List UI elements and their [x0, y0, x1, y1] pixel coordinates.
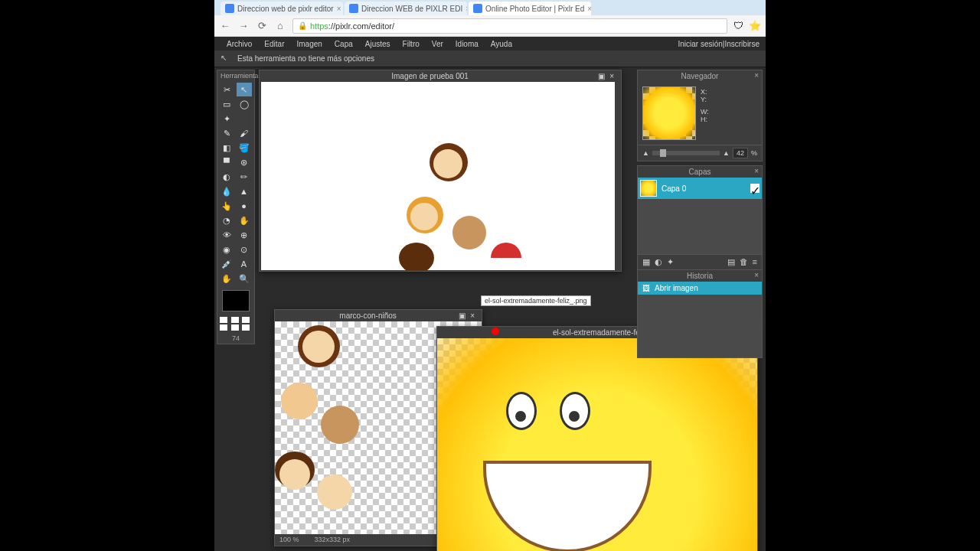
document-window-main[interactable]: Imagen de prueba 001 ▣ × — [259, 70, 622, 272]
styles-icon[interactable]: ✦ — [667, 257, 674, 267]
navigator-panel[interactable]: Navegador× X: Y: W: H: ▲ ▲ — [637, 70, 763, 161]
close-icon[interactable]: × — [754, 271, 759, 279]
url-input[interactable]: 🔒 https://pixlr.com/editor/ — [292, 18, 727, 34]
canvas-sun[interactable] — [437, 338, 757, 551]
zoom-value: 42 — [733, 148, 748, 158]
draw-tool[interactable]: ✏ — [237, 170, 252, 184]
menu-archivo[interactable]: Archivo — [220, 40, 258, 48]
dodge-tool[interactable]: ◔ — [219, 214, 234, 227]
panel-title[interactable]: Navegador× — [638, 70, 762, 82]
tab-label: Direccion web de pixlr editor — [237, 5, 334, 13]
gradient-tool[interactable]: ▀ — [219, 155, 234, 169]
opacity-icon[interactable]: ▦ — [642, 257, 650, 267]
bucket-tool[interactable]: 🪣 — [237, 141, 252, 155]
layer-menu-icon[interactable]: ≡ — [753, 257, 757, 267]
replace-tool[interactable]: ◐ — [219, 170, 234, 184]
document-window-sun[interactable]: el-sol-extremadamente-fel — [436, 326, 758, 551]
close-icon[interactable]: × — [754, 71, 759, 80]
brush-tool[interactable]: 🖌 — [237, 126, 252, 140]
maximize-icon[interactable]: ▣ — [596, 72, 607, 80]
zoom-tool[interactable]: 🔍 — [237, 272, 252, 285]
hand-tool[interactable]: ✋ — [219, 272, 234, 285]
close-icon[interactable]: × — [607, 72, 616, 80]
options-text: Esta herramienta no tiene más opciones — [237, 54, 374, 63]
browser-tab-0[interactable]: Direccion web de pixlr editor× — [220, 2, 343, 15]
zoom-in-icon[interactable]: ▲ — [723, 149, 730, 157]
type-tool[interactable]: A — [237, 257, 252, 271]
reload-button[interactable]: ⟳ — [256, 20, 268, 32]
toolbox[interactable]: Herramientas ✂ ↖ ▭ ◯ ✦ ✎ 🖌 ◧ 🪣 ▀ ⊛ ◐ ✏ — [217, 70, 255, 344]
lock-icon: 🔒 — [298, 21, 307, 30]
pinch-tool[interactable]: ⊙ — [237, 243, 252, 256]
new-layer-icon[interactable]: ▤ — [727, 257, 735, 267]
maximize-icon[interactable]: ▣ — [456, 311, 468, 320]
history-panel[interactable]: Historia× 🖼 Abrir imagen — [637, 269, 763, 358]
close-icon[interactable]: × — [337, 5, 341, 13]
browser-tab-2[interactable]: Online Photo Editor | Pixlr Ed× — [469, 2, 591, 15]
delete-layer-icon[interactable]: 🗑 — [740, 257, 748, 267]
wand-tool[interactable]: ✦ — [219, 112, 234, 126]
pixlr-editor: Archivo Editar Imagen Capa Ajustes Filtr… — [214, 37, 766, 551]
sharpen-tool[interactable]: ▲ — [237, 184, 252, 198]
spacer-tool — [237, 112, 252, 126]
swatch-grid[interactable] — [217, 315, 254, 333]
menu-ver[interactable]: Ver — [426, 40, 449, 48]
mask-icon[interactable]: ◐ — [655, 257, 662, 267]
layers-panel[interactable]: Capas× Capa 0 ✓ ▦ ◐ ✦ ▤ 🗑 ≡ — [637, 165, 763, 270]
sponge-tool[interactable]: ● — [237, 199, 252, 213]
close-icon[interactable]: × — [754, 167, 759, 175]
zoom-out-icon[interactable]: ▲ — [642, 149, 649, 157]
menu-imagen[interactable]: Imagen — [290, 40, 328, 48]
lasso-tool[interactable]: ◯ — [237, 97, 252, 111]
menu-ajustes[interactable]: Ajustes — [359, 40, 397, 48]
menu-idioma[interactable]: Idioma — [449, 40, 485, 48]
star-icon[interactable]: ⭐ — [749, 20, 761, 32]
picker-tool[interactable]: 💉 — [219, 257, 234, 271]
browser-tab-1[interactable]: Direccion WEB de PIXLR EDI× — [345, 2, 467, 15]
spot-tool[interactable]: ⊕ — [237, 228, 252, 242]
document-titlebar[interactable]: Imagen de prueba 001 ▣ × — [260, 70, 621, 82]
close-icon[interactable]: × — [587, 5, 591, 13]
cursor-indicator — [492, 328, 499, 335]
close-icon[interactable]: × — [468, 311, 477, 320]
tool-indicator-icon: ↖ — [220, 54, 231, 64]
menu-editar[interactable]: Editar — [258, 40, 290, 48]
history-item[interactable]: 🖼 Abrir imagen — [638, 282, 762, 295]
panel-title[interactable]: Historia× — [638, 270, 762, 282]
layer-thumbnail[interactable] — [640, 180, 657, 197]
foreground-color[interactable] — [222, 290, 250, 311]
tab-label: Online Photo Editor | Pixlr Ed — [485, 5, 584, 13]
panel-title[interactable]: Capas× — [638, 166, 762, 178]
shield-icon[interactable]: 🛡 — [733, 20, 746, 32]
document-titlebar[interactable]: marco-con-niños ▣ × — [275, 310, 482, 321]
clone-tool[interactable]: ⊛ — [237, 155, 252, 169]
move-tool[interactable]: ↖ — [237, 83, 252, 96]
menu-ayuda[interactable]: Ayuda — [485, 40, 518, 48]
layer-row[interactable]: Capa 0 ✓ — [638, 178, 762, 199]
login-link[interactable]: Iniciar sesión — [678, 40, 722, 48]
redeye-tool[interactable]: 👁 — [219, 228, 234, 242]
smudge-tool[interactable]: 👆 — [219, 199, 234, 213]
canvas-main[interactable] — [261, 82, 615, 270]
zoom-slider[interactable]: ▲ ▲ 42 % — [638, 145, 762, 161]
back-button[interactable]: ← — [219, 20, 231, 32]
visibility-checkbox[interactable]: ✓ — [750, 184, 760, 193]
history-label: Abrir imagen — [655, 284, 698, 292]
forward-button[interactable]: → — [237, 20, 250, 32]
navigator-thumbnail[interactable] — [642, 86, 696, 140]
bloat-tool[interactable]: ◉ — [219, 243, 234, 256]
close-icon[interactable]: × — [466, 5, 467, 13]
eraser-tool[interactable]: ◧ — [219, 141, 234, 155]
marquee-tool[interactable]: ▭ — [219, 97, 234, 111]
home-button[interactable]: ⌂ — [274, 20, 286, 32]
menubar: Archivo Editar Imagen Capa Ajustes Filtr… — [214, 37, 766, 51]
workspace: Herramientas ✂ ↖ ▭ ◯ ✦ ✎ 🖌 ◧ 🪣 ▀ ⊛ ◐ ✏ — [214, 67, 766, 551]
tab-label: Direccion WEB de PIXLR EDI — [361, 5, 462, 13]
blur-tool[interactable]: 💧 — [219, 184, 234, 198]
signup-link[interactable]: Inscribirse — [724, 40, 760, 48]
crop-tool[interactable]: ✂ — [219, 83, 234, 96]
burn-tool[interactable]: ✋ — [237, 214, 252, 227]
pencil-tool[interactable]: ✎ — [219, 126, 234, 140]
menu-filtro[interactable]: Filtro — [397, 40, 426, 48]
menu-capa[interactable]: Capa — [328, 40, 359, 48]
